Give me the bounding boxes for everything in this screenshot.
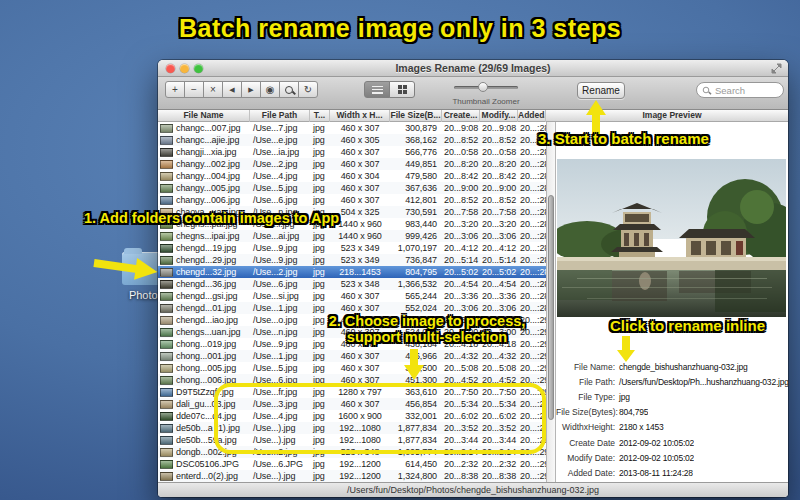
table-row[interactable]: chengd...29.jpg/Use...9.jpgjpg523 x 3497… [158,254,546,266]
field-label: File Name: [556,361,615,373]
modify-date-cell: 20...3:52 [480,422,518,434]
table-row[interactable]: dali_gu...03.jpg/Use...3.jpgjpg460 x 307… [158,398,546,410]
thumbnail-zoomer-label: Thumbnail Zoomer [436,97,536,106]
table-row[interactable]: de50b...59a.jpg/Use...).jpgjpg192...1080… [158,434,546,446]
file-path-cell: /Use...o.jpg [250,314,310,326]
refresh-button[interactable]: ↻ [298,81,318,98]
table-row[interactable]: changy...002.jpg/Use...2.jpgjpg460 x 307… [158,158,546,170]
slider-knob[interactable] [478,82,488,92]
list-view-button[interactable] [364,81,390,98]
file-size-cell: 1,877,834 [390,422,442,434]
thumbnail-zoomer-slider[interactable] [454,86,518,89]
modify-date-cell: 20...0:58 [480,146,518,158]
create-date-cell: 20...3:20 [442,218,480,230]
scrollbar-thumb[interactable] [548,195,554,420]
column-header[interactable]: Modify... [480,110,518,122]
delete-button[interactable]: × [203,81,223,98]
search-input[interactable] [713,84,777,97]
fullscreen-icon[interactable] [771,63,782,74]
create-date-cell: 20...3:06 [442,230,480,242]
column-header[interactable]: Width x H... [330,110,390,122]
file-thumbnail-icon [160,448,173,457]
column-header[interactable]: File Size(B... [390,110,442,122]
added-date-cell: 20...:28 [518,218,546,230]
table-row[interactable]: changc...007.jpg/Use...7.jpgjpg460 x 307… [158,122,546,134]
table-row[interactable]: chengd...32.jpg/Use...2.jpgjpg218...1453… [158,266,546,278]
view-button[interactable]: ◉ [260,81,280,98]
grid-icon [398,85,407,94]
create-date-cell: 20...6:02 [442,410,480,422]
file-name-cell: changy...004.jpg [176,170,240,182]
next-icon: ▶ [248,82,253,97]
dimensions-cell: 1440 x 960 [330,230,390,242]
table-row[interactable]: changy...006.jpg/Use...6.jpgjpg460 x 307… [158,194,546,206]
table-row[interactable]: D9T5tZzqfr.jpg/Use...fr.jpgjpg1280 x 797… [158,386,546,398]
dimensions-cell: 460 x 304 [330,170,390,182]
file-name-cell: changy...006.jpg [176,194,240,206]
search-button[interactable] [279,81,299,98]
title-bar[interactable]: Images Rename (29/69 Images) [158,60,788,77]
prev-icon: ◀ [229,82,234,97]
view-icon: ◉ [266,82,275,97]
vertical-scrollbar[interactable] [546,122,556,482]
create-date-cell: 20...8:20 [442,158,480,170]
remove-button[interactable]: − [184,81,204,98]
table-row[interactable]: enterd...0(2).jpg/Use...).jpgjpg192...12… [158,470,546,482]
table-row[interactable]: changc...ajie.jpg/Use...e.jpgjpg460 x 30… [158,134,546,146]
file-type-cell: jpg [310,422,330,434]
column-header[interactable]: Added... [518,110,546,122]
file-path-cell: /Use...2.jpg [250,158,310,170]
table-row[interactable]: chong...001.jpg/Use...1.jpgjpg460 x 3074… [158,350,546,362]
file-path-cell: /Use...4.jpg [250,170,310,182]
file-name-cell: chengd...32.jpg [176,266,236,278]
create-date-cell: 20...4:54 [442,278,480,290]
file-thumbnail-icon [160,268,173,277]
table-row[interactable]: dongb...002.jpg/Use...2.jpgjpg523 x 3481… [158,446,546,458]
table-row[interactable]: changy...004.jpg/Use...4.jpgjpg460 x 304… [158,170,546,182]
file-size-cell: 999,426 [390,230,442,242]
table-row[interactable]: changy...005.jpg/Use...5.jpgjpg460 x 307… [158,182,546,194]
table-row[interactable]: de50b...a (1).jpg/Use...).jpgjpg192...10… [158,422,546,434]
table-row[interactable]: chengd...gsi.jpg/Use...si.jpgjpg460 x 30… [158,290,546,302]
search-field[interactable] [696,82,784,98]
add-button[interactable]: + [165,81,185,98]
dimensions-cell: 1280 x 797 [330,386,390,398]
prev-button[interactable]: ◀ [222,81,242,98]
file-info-row: WidthxHeight:2180 x 1453 [556,421,788,433]
rename-button[interactable]: Rename [577,82,625,99]
dimensions-cell: 1600 x 900 [330,410,390,422]
file-type-cell: jpg [310,242,330,254]
grid-view-button[interactable] [389,81,415,98]
table-row[interactable]: changji...xia.jpg/Use...ia.jpgjpg460 x 3… [158,146,546,158]
create-date-cell: 20...3:36 [442,290,480,302]
file-type-cell: jpg [310,134,330,146]
table-row[interactable]: chong...006.jpg/Use...6.jpgjpg460 x 3074… [158,374,546,386]
table-row[interactable]: DSC05106.JPG/Use...6.JPGjpg192...1200614… [158,458,546,470]
file-size-cell: 730,591 [390,206,442,218]
create-date-cell: 20...4:32 [442,350,480,362]
file-path-cell: /Use...6.jpg [250,374,310,386]
column-header[interactable]: Create... [442,110,480,122]
create-date-cell: 20...4:12 [442,242,480,254]
file-name-cell: changji...xia.jpg [176,146,236,158]
field-value[interactable]: chengde_bishushanzhuang-032.jpg [615,361,748,373]
file-thumbnail-icon [160,388,173,397]
column-header[interactable]: T... [310,110,330,122]
create-date-cell: 20...8:38 [442,470,480,482]
step1-annotation: 1. Add folders contain images to App [84,210,339,226]
table-row[interactable]: chong...005.jpg/Use...5.jpgjpg460 x 3073… [158,362,546,374]
column-header[interactable]: File Name [158,110,250,122]
file-size-cell: 451,300 [390,374,442,386]
table-row[interactable]: dde07c...d4.jpg/Use...4.jpgjpg1600 x 900… [158,410,546,422]
modify-date-cell: 20...8:38 [480,470,518,482]
table-row[interactable]: chengd...19.jpg/Use...9.jpgjpg523 x 3491… [158,242,546,254]
file-info-row: Added Date:2013-08-11 11:24:28 [556,467,788,479]
column-header[interactable]: File Path [250,110,310,122]
table-row[interactable]: chegns...ipai.jpg/Use...ai.jpgjpg1440 x … [158,230,546,242]
create-date-cell: 20...4:52 [442,374,480,386]
file-thumbnail-icon [160,328,173,337]
next-button[interactable]: ▶ [241,81,261,98]
field-value: 804,795 [615,406,648,418]
file-path-cell: /Use...fr.jpg [250,386,310,398]
table-row[interactable]: chengd...36.jpg/Use...6.jpgjpg523 x 3481… [158,278,546,290]
